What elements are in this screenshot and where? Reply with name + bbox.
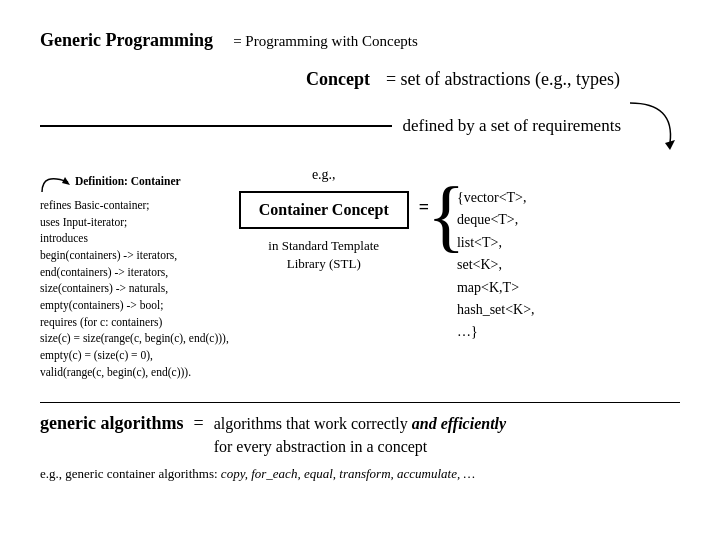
left-brace-icon: { [427, 175, 465, 255]
definition-block: Definition: Container refines Basic-cont… [40, 167, 229, 380]
right-item-6: …} [445, 321, 535, 343]
curved-arrow-icon [625, 98, 680, 153]
svg-marker-0 [665, 140, 675, 150]
eg-label: e.g., [312, 167, 336, 183]
gp-equals: = Programming with Concepts [233, 33, 418, 50]
alg-line1: algorithms that work correctly and effic… [214, 413, 507, 435]
and-efficiently-text: and efficiently [412, 415, 506, 432]
svg-marker-1 [62, 177, 70, 185]
header-row: Generic Programming = Programming with C… [40, 30, 680, 51]
bottom-section: generic algorithms = algorithms that wor… [40, 402, 680, 482]
container-concept-box: Container Concept [239, 191, 409, 229]
example-list: copy, for_each, equal, transform, accumu… [221, 466, 475, 481]
alg-definition: algorithms that work correctly and effic… [214, 413, 507, 458]
stl-label: in Standard Template Library (STL) [268, 237, 379, 273]
right-block: { {vector<T>, deque<T>, list<T>, set<K>,… [439, 167, 535, 344]
slide: Generic Programming = Programming with C… [0, 0, 720, 540]
alg-line2: for every abstraction in a concept [214, 436, 507, 458]
main-content: Definition: Container refines Basic-cont… [40, 167, 680, 380]
concept-label: Concept [306, 69, 370, 90]
concept-row: Concept = set of abstractions (e.g., typ… [40, 69, 680, 90]
bottom-equals: = [193, 413, 203, 434]
gp-label: Generic Programming [40, 30, 213, 51]
bottom-example: e.g., generic container algorithms: copy… [40, 466, 680, 482]
requirements-row: defined by a set of requirements [40, 98, 680, 153]
generic-alg-row: generic algorithms = algorithms that wor… [40, 413, 680, 458]
def-arrow-icon [40, 167, 70, 197]
right-item-4: map<K,T> [445, 277, 535, 299]
generic-alg-label: generic algorithms [40, 413, 183, 434]
requirements-text: defined by a set of requirements [402, 116, 621, 136]
definition-text: Definition: Container refines Basic-cont… [40, 175, 229, 378]
divider-line [40, 125, 392, 127]
right-item-5: hash_set<K>, [445, 299, 535, 321]
center-block: e.g., Container Concept in Standard Temp… [239, 167, 409, 273]
concept-definition: = set of abstractions (e.g., types) [386, 69, 620, 90]
